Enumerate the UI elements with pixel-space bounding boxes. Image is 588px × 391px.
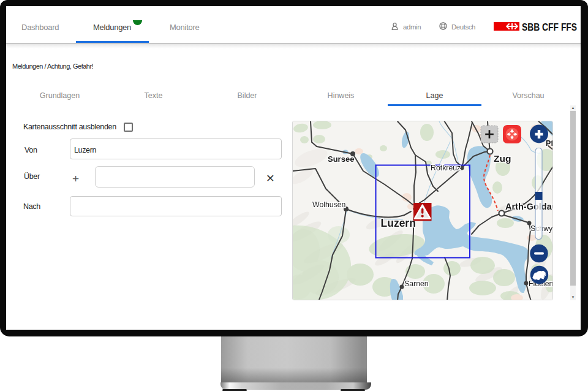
svg-text:Sursee: Sursee: [328, 154, 354, 164]
svg-text:Luzern: Luzern: [381, 217, 416, 229]
svg-text:Zug: Zug: [494, 153, 511, 164]
svg-text:Sarnen: Sarnen: [404, 279, 429, 288]
svg-text:Arth-Goldau: Arth-Goldau: [505, 202, 552, 211]
svg-text:Wolhusen: Wolhusen: [312, 200, 346, 209]
svg-text:Pfäffikon: Pfäffikon: [546, 139, 552, 148]
svg-text:Rotkreuz: Rotkreuz: [431, 164, 461, 172]
